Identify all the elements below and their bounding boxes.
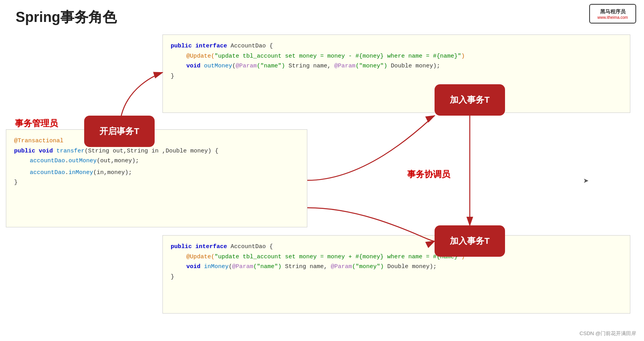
code-b-line-2: @Update("update tbl_account set money = …	[171, 252, 622, 262]
bottom-code-box: public interface AccountDao { @Update("u…	[162, 235, 630, 314]
code-line-method: public void transfer(String out,String i…	[14, 146, 299, 156]
start-transaction-button[interactable]: 开启事务T	[84, 116, 155, 147]
page-title: Spring事务角色	[16, 8, 117, 27]
label-coordinator: 事务协调员	[407, 169, 450, 180]
code-b-line-3: void inMoney(@Param("name") String name,…	[171, 262, 622, 272]
code-b-line-1: public interface AccountDao {	[171, 242, 622, 252]
middle-code-box: @Transactional public void transfer(Stri…	[6, 129, 307, 227]
logo: 黑马程序员 www.itheima.com	[589, 4, 636, 24]
logo-url: www.itheima.com	[597, 15, 628, 20]
code-b-line-4: }	[171, 272, 622, 282]
code-line-3: void outMoney(@Param("name") String name…	[171, 61, 622, 71]
code-line-ann: @Transactional	[14, 136, 299, 146]
logo-name: 黑马程序员	[600, 8, 626, 15]
code-line-in: accountDao.inMoney(in,money);	[14, 168, 299, 178]
code-line-1: public interface AccountDao {	[171, 41, 622, 51]
watermark: CSDN @门前花开满田岸	[579, 330, 636, 337]
code-line-4: }	[171, 71, 622, 82]
code-line-close: }	[14, 178, 299, 188]
cursor-indicator: ➤	[583, 176, 589, 187]
join-transaction-bottom-button[interactable]: 加入事务T	[435, 225, 505, 257]
label-manager: 事务管理员	[15, 118, 58, 129]
code-line-2: @Update("update tbl_account set money = …	[171, 51, 622, 62]
top-code-box: public interface AccountDao { @Update("u…	[162, 34, 630, 113]
join-transaction-top-button[interactable]: 加入事务T	[435, 84, 505, 116]
code-line-out: accountDao.outMoney(out,money);	[14, 156, 299, 166]
